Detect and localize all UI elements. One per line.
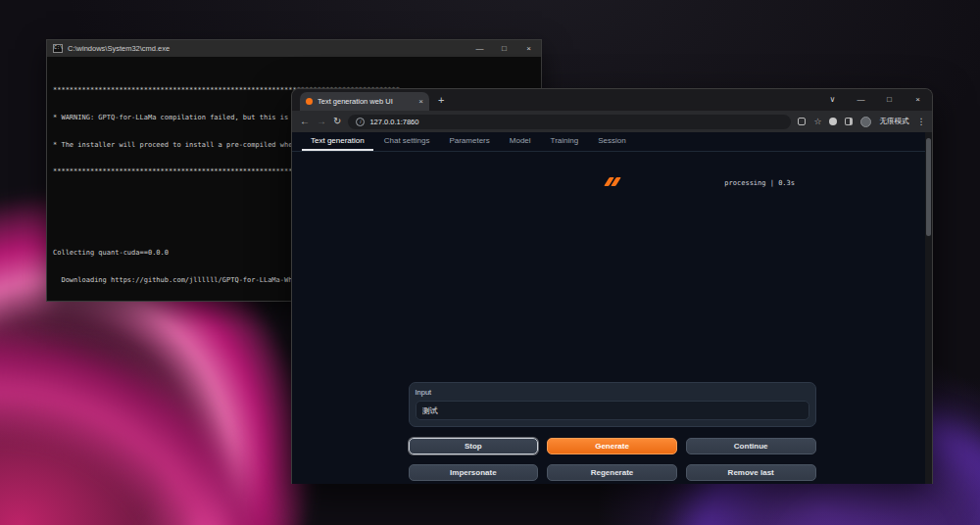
browser-toolbar: ← → ↻ i 127.0.0.1:7860 ☆ 无痕模式 ⋮ [292,111,932,132]
refresh-icon[interactable]: ↻ [333,111,341,132]
window-menu-chevron-icon[interactable]: ∨ [818,89,847,111]
input-panel: Input [409,382,816,427]
tab-text-generation[interactable]: Text generation [302,132,373,151]
settings-menu-icon[interactable]: ⋮ [916,111,925,132]
regenerate-button[interactable]: Regenerate [547,464,677,481]
browser-titlebar[interactable]: Text generation web UI × + ∨ — □ × [292,89,932,111]
favorites-star-icon[interactable]: ☆ [813,111,821,132]
cmd-titlebar[interactable]: C:\ C:\windows\System32\cmd.exe — □ × [47,40,541,57]
back-icon[interactable]: ← [300,111,310,132]
gradio-favicon [306,98,313,105]
browser-window: Text generation web UI × + ∨ — □ × ← → ↻… [291,88,933,484]
output-area: processing | 0.3s [292,152,932,382]
extensions-icon[interactable] [829,118,837,125]
collections-icon[interactable] [798,118,806,125]
profile-avatar[interactable] [860,117,871,127]
webui-page: Text generation Chat settings Parameters… [292,132,932,484]
site-info-icon[interactable]: i [356,118,365,126]
page-scrollbar-thumb[interactable] [926,138,931,236]
url-text: 127.0.0.1:7860 [369,118,418,126]
window-close-button[interactable]: × [904,89,932,111]
address-bar[interactable]: i 127.0.0.1:7860 [348,115,791,129]
page-scrollbar[interactable] [925,132,932,484]
tab-close-icon[interactable]: × [418,97,423,106]
tab-parameters[interactable]: Parameters [440,132,498,151]
tab-model[interactable]: Model [501,132,540,151]
split-screen-icon[interactable] [845,118,853,125]
tab-title: Text generation web UI [318,97,415,106]
forward-icon[interactable]: → [317,111,326,132]
gradio-loading-icon [607,177,618,186]
continue-button[interactable]: Continue [686,438,816,454]
cmd-title: C:\windows\System32\cmd.exe [68,44,170,53]
incognito-label: 无痕模式 [879,117,908,126]
cmd-icon: C:\ [53,44,63,53]
stop-button[interactable]: Stop [409,438,539,454]
webui-tabnav: Text generation Chat settings Parameters… [292,132,932,152]
tab-training[interactable]: Training [542,132,588,151]
window-maximize-button[interactable]: □ [875,89,904,111]
cmd-minimize-button[interactable]: — [467,40,492,57]
browser-tab[interactable]: Text generation web UI × [300,92,429,111]
new-tab-button[interactable]: + [438,89,444,111]
tab-session[interactable]: Session [589,132,634,151]
generate-button[interactable]: Generate [547,438,677,454]
window-minimize-button[interactable]: — [847,89,875,111]
cmd-close-button[interactable]: × [516,40,541,57]
remove-last-button[interactable]: Remove last [686,464,816,481]
tab-chat-settings[interactable]: Chat settings [375,132,439,151]
processing-eta: processing | 0.3s [724,179,795,187]
input-label: Input [416,388,809,397]
impersonate-button[interactable]: Impersonate [409,464,539,481]
cmd-maximize-button[interactable]: □ [492,40,516,57]
prompt-input[interactable] [416,401,809,420]
